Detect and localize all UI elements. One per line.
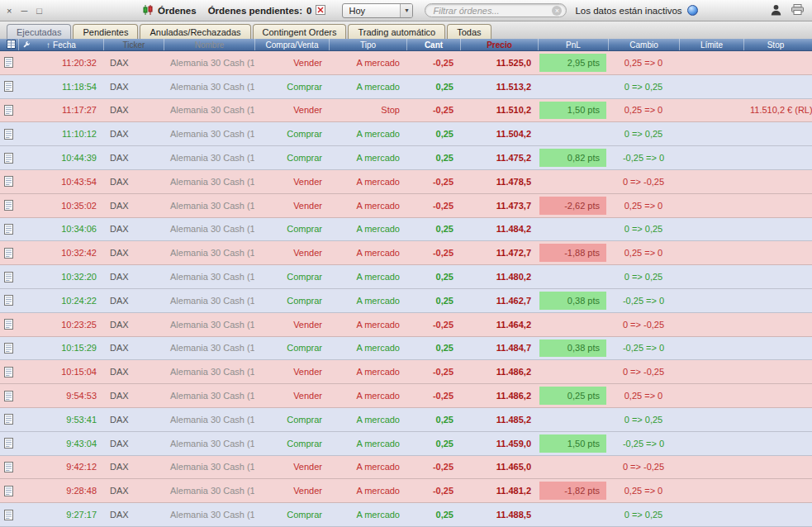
header-grid-icon-cell[interactable]: [0, 39, 18, 50]
cell-compra-venta: Vender: [254, 201, 329, 211]
order-detail-icon[interactable]: [0, 343, 18, 354]
table-row[interactable]: 9:54:53 DAX Alemania 30 Cash (1€) Vender…: [0, 384, 812, 408]
cell-cant: 0,25: [406, 82, 460, 92]
order-detail-icon[interactable]: [0, 81, 18, 92]
period-select[interactable]: Hoy ▼: [342, 3, 413, 18]
table-row[interactable]: 10:44:39 DAX Alemania 30 Cash (1€) Compr…: [0, 146, 812, 170]
header-fecha-label: Fecha: [53, 40, 76, 50]
order-detail-icon[interactable]: [0, 129, 18, 140]
cell-cant: -0,25: [406, 462, 460, 472]
order-detail-icon[interactable]: [0, 153, 18, 164]
orders-title: Órdenes: [142, 4, 197, 17]
table-row[interactable]: 10:35:02 DAX Alemania 30 Cash (1€) Vende…: [0, 194, 812, 218]
pnl-badge: 0,38 pts: [539, 339, 606, 358]
cell-tipo: A mercado: [329, 129, 406, 139]
pnl-badge: [539, 268, 606, 286]
cell-nombre: Alemania 30 Cash (1€): [164, 462, 254, 472]
tab-trading-automatico[interactable]: Trading automático: [348, 24, 445, 39]
table-row[interactable]: 10:24:22 DAX Alemania 30 Cash (1€) Compr…: [0, 289, 812, 313]
header-cant[interactable]: Cant: [406, 39, 460, 50]
user-access-icon[interactable]: [771, 4, 781, 17]
cell-pnl: 0,38 pts: [538, 337, 608, 360]
order-detail-icon[interactable]: [0, 248, 18, 259]
tab-contingent-orders[interactable]: Contingent Orders: [253, 24, 347, 39]
order-detail-icon[interactable]: [0, 200, 18, 211]
table-row[interactable]: 10:43:54 DAX Alemania 30 Cash (1€) Vende…: [0, 170, 812, 194]
minimize-button[interactable]: ─: [21, 6, 27, 16]
pnl-badge: [539, 316, 606, 334]
filter-orders-input[interactable]: Filtrar órdenes... ×: [425, 3, 567, 17]
cancel-all-orders-icon[interactable]: [316, 5, 325, 17]
pending-label: Órdenes pendientes:: [208, 6, 302, 16]
header-ticker[interactable]: Ticker: [103, 39, 164, 50]
cell-tipo: A mercado: [329, 296, 406, 306]
header-precio[interactable]: Precio: [460, 39, 538, 50]
table-row[interactable]: 11:10:12 DAX Alemania 30 Cash (1€) Compr…: [0, 122, 812, 146]
order-detail-icon[interactable]: [0, 438, 18, 449]
tab-pendientes[interactable]: Pendientes: [73, 24, 138, 39]
status-indicator-icon[interactable]: [687, 5, 698, 16]
order-detail-icon[interactable]: [0, 414, 18, 425]
table-row[interactable]: 11:20:32 DAX Alemania 30 Cash (1€) Vende…: [0, 51, 812, 75]
table-row[interactable]: 10:15:29 DAX Alemania 30 Cash (1€) Compr…: [0, 337, 812, 361]
cell-tipo: A mercado: [329, 58, 406, 68]
header-limite[interactable]: Límite: [679, 39, 743, 50]
order-detail-icon[interactable]: [0, 105, 18, 116]
table-row[interactable]: 9:53:41 DAX Alemania 30 Cash (1€) Compra…: [0, 408, 812, 432]
cell-ticker: DAX: [103, 415, 164, 425]
order-detail-icon[interactable]: [0, 486, 18, 496]
header-compra-venta[interactable]: Compra/Venta: [254, 39, 329, 50]
header-pnl[interactable]: PnL: [538, 39, 608, 50]
table-row[interactable]: 9:42:12 DAX Alemania 30 Cash (1€) Vender…: [0, 456, 812, 480]
order-detail-icon[interactable]: [0, 510, 18, 520]
table-row[interactable]: 10:15:04 DAX Alemania 30 Cash (1€) Vende…: [0, 360, 812, 384]
table-row[interactable]: 9:28:48 DAX Alemania 30 Cash (1€) Vender…: [0, 479, 812, 503]
order-detail-icon[interactable]: [0, 295, 18, 306]
wrench-icon[interactable]: [21, 40, 31, 50]
table-row[interactable]: 11:18:54 DAX Alemania 30 Cash (1€) Compr…: [0, 75, 812, 99]
tab-ejecutadas[interactable]: Ejecutadas: [7, 24, 71, 39]
table-row[interactable]: 9:27:17 DAX Alemania 30 Cash (1€) Compra…: [0, 503, 812, 527]
table-row[interactable]: 10:32:20 DAX Alemania 30 Cash (1€) Compr…: [0, 265, 812, 289]
cell-tipo: A mercado: [329, 320, 406, 330]
order-detail-icon[interactable]: [0, 462, 18, 472]
cell-cant: 0,25: [406, 129, 460, 139]
order-detail-icon[interactable]: [0, 57, 18, 68]
header-nombre[interactable]: Nombre: [164, 39, 254, 50]
period-select-value: Hoy: [343, 6, 400, 16]
table-row[interactable]: 10:23:25 DAX Alemania 30 Cash (1€) Vende…: [0, 313, 812, 337]
cell-tipo: A mercado: [329, 415, 406, 425]
header-cambio[interactable]: Cambio: [608, 39, 679, 50]
cell-cant: -0,25: [406, 486, 460, 496]
header-fecha[interactable]: ↑ Fecha: [18, 39, 103, 50]
table-row[interactable]: 10:34:06 DAX Alemania 30 Cash (1€) Compr…: [0, 218, 812, 242]
header-stop[interactable]: Stop: [743, 39, 812, 50]
orders-label: Órdenes: [158, 6, 197, 16]
order-detail-icon[interactable]: [0, 272, 18, 282]
order-detail-icon[interactable]: [0, 367, 18, 377]
pnl-badge: -2,62 pts: [539, 197, 606, 215]
table-body: 11:20:32 DAX Alemania 30 Cash (1€) Vende…: [0, 51, 812, 527]
cell-pnl: [538, 456, 608, 479]
tab-todas[interactable]: Todas: [447, 24, 491, 39]
order-detail-icon[interactable]: [0, 319, 18, 330]
clear-filter-icon[interactable]: ×: [552, 6, 562, 16]
cell-pnl: [538, 218, 608, 241]
order-detail-icon[interactable]: [0, 176, 18, 187]
table-row[interactable]: 9:43:04 DAX Alemania 30 Cash (1€) Compra…: [0, 432, 812, 456]
order-detail-icon[interactable]: [0, 391, 18, 401]
print-icon[interactable]: [791, 4, 804, 17]
table-row[interactable]: 11:17:27 DAX Alemania 30 Cash (1€) Vende…: [0, 99, 812, 123]
header-tipo[interactable]: Tipo: [329, 39, 406, 50]
tab-anuladas-rechazadas[interactable]: Anuladas/Rechazadas: [140, 24, 250, 39]
cell-fecha: 9:28:48: [18, 486, 103, 496]
order-detail-icon[interactable]: [0, 224, 18, 235]
maximize-button[interactable]: □: [36, 6, 42, 16]
sort-arrow-icon: ↑: [46, 40, 50, 50]
cell-fecha: 9:43:04: [18, 439, 103, 449]
table-row[interactable]: 10:32:42 DAX Alemania 30 Cash (1€) Vende…: [0, 241, 812, 265]
cell-fecha: 10:35:02: [18, 201, 103, 211]
close-button[interactable]: ×: [7, 6, 12, 16]
cell-nombre: Alemania 30 Cash (1€): [164, 58, 254, 68]
grid-icon: [7, 40, 16, 50]
